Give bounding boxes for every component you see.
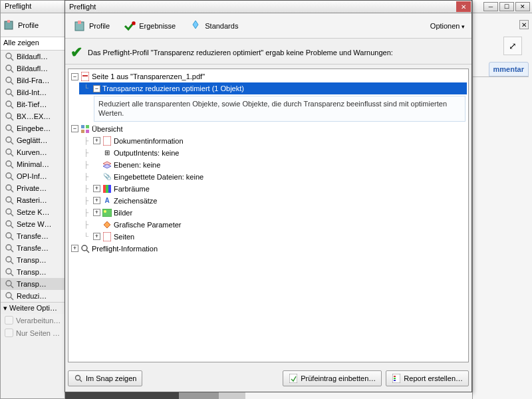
minimize-button[interactable]: ─ <box>483 2 498 11</box>
list-item[interactable]: Rasteri… <box>1 194 65 206</box>
node-label: Transparenz reduzieren optimiert (1 Obje… <box>102 83 466 94</box>
tab-profile[interactable]: Profile <box>68 17 115 35</box>
list-item[interactable]: Reduzi… <box>1 290 65 302</box>
list-item[interactable]: Transp… <box>1 254 65 266</box>
list-item[interactable]: Setze K… <box>1 206 65 218</box>
list-item[interactable]: Bild-Fra… <box>1 74 65 86</box>
preflight-dialog: Preflight ✕ Profile Ergebnisse Standards… <box>65 0 472 392</box>
list-item[interactable]: Minimal… <box>1 158 65 170</box>
node-label: OutputIntents: keine <box>114 148 179 158</box>
list-item[interactable]: Private… <box>1 182 65 194</box>
font-icon: A <box>102 196 112 205</box>
list-item[interactable]: Kurven… <box>1 146 65 158</box>
expand-icon[interactable]: + <box>93 185 100 192</box>
show-all-dropdown[interactable]: Alle zeigen <box>1 37 65 51</box>
list-item[interactable]: Bild-Int… <box>1 86 65 98</box>
list-item[interactable]: Transfe… <box>1 230 65 242</box>
tree-connector: └ <box>80 83 91 94</box>
list-item[interactable]: Transp… <box>1 278 65 290</box>
host-titlebar: ─ ☐ ✕ <box>473 0 532 13</box>
only-pages-checkbox[interactable]: Nur Seiten … <box>1 327 65 339</box>
create-report-button[interactable]: Report erstellen… <box>386 370 469 386</box>
embed-audit-button[interactable]: Prüfeintrag einbetten… <box>283 370 382 386</box>
expand-icon[interactable]: + <box>93 197 100 204</box>
svg-point-20 <box>6 161 11 166</box>
show-in-snap-button[interactable]: Im Snap zeigen <box>68 370 142 386</box>
options-menu[interactable]: Optionen <box>426 19 469 33</box>
svg-point-42 <box>6 293 11 298</box>
magnifier-icon <box>5 124 14 133</box>
list-item[interactable]: Bildaufl… <box>1 63 65 74</box>
profile-list[interactable]: Bildaufl…Bildaufl…Bild-Fra…Bild-Int…Bit-… <box>1 51 65 302</box>
list-item[interactable]: Eingebe… <box>1 122 65 134</box>
magnifier-icon <box>5 76 14 85</box>
svg-line-41 <box>11 285 13 288</box>
results-icon <box>123 19 136 33</box>
expand-icon[interactable]: ⤢ <box>503 37 522 55</box>
list-item[interactable]: Geglätt… <box>1 134 65 146</box>
panel-close-icon[interactable]: ✕ <box>519 20 529 29</box>
pdf-icon <box>80 72 90 81</box>
list-item[interactable]: Bildaufl… <box>1 51 65 63</box>
svg-point-12 <box>6 113 11 118</box>
item-label: Eingebe… <box>17 124 51 132</box>
expand-icon[interactable]: + <box>93 233 100 240</box>
svg-rect-56 <box>103 185 106 193</box>
tree-item-colorspaces[interactable]: ├+Farbräume <box>79 183 467 195</box>
node-label: Grafische Parameter <box>114 219 181 230</box>
tree-item-docinfo[interactable]: ├+Dokumentinformation <box>79 135 467 147</box>
tree-item-fonts[interactable]: ├+AZeichensätze <box>79 195 467 207</box>
profile-tab-label[interactable]: Profile <box>18 21 39 29</box>
tab-ergebnisse[interactable]: Ergebnisse <box>118 17 181 35</box>
tree-item-embedded[interactable]: ├📎Eingebettete Dateien: keine <box>79 171 467 183</box>
list-item[interactable]: Transp… <box>1 266 65 278</box>
dialog-close-button[interactable]: ✕ <box>456 1 471 12</box>
list-item[interactable]: BX…EX… <box>1 110 65 122</box>
divider <box>473 76 529 77</box>
page-node[interactable]: − Seite 1 aus "Transparenzen_1.pdf" <box>70 70 467 82</box>
list-item[interactable]: Transfe… <box>1 242 65 254</box>
processing-checkbox[interactable]: Verarbeitun… <box>1 314 65 327</box>
tab-kommentar[interactable]: mmentar <box>489 62 529 76</box>
magnifier-icon <box>5 160 14 169</box>
overview-icon <box>80 124 90 134</box>
tab-standards[interactable]: Standards <box>184 17 243 35</box>
tree-item-graphics[interactable]: ├Grafische Parameter <box>79 219 467 231</box>
item-label: Transfe… <box>17 244 49 252</box>
item-label: Private… <box>17 184 47 192</box>
list-item[interactable]: Setze W… <box>1 218 65 230</box>
list-item[interactable]: Bit-Tief… <box>1 98 65 110</box>
preflight-info-node[interactable]: + Preflight-Information <box>70 243 467 255</box>
svg-line-23 <box>11 178 13 180</box>
result-header: ✔ Das Preflight-Profil "Transparenz redu… <box>65 39 471 65</box>
more-options-toggle[interactable]: ▾ Weitere Opti… <box>1 302 65 314</box>
close-button[interactable]: ✕ <box>515 2 530 11</box>
tree-item-images[interactable]: ├+Bilder <box>79 207 467 219</box>
list-item[interactable]: OPI-Inf… <box>1 170 65 182</box>
svg-point-10 <box>6 101 11 106</box>
result-tree[interactable]: − Seite 1 aus "Transparenzen_1.pdf" └ − … <box>68 68 469 362</box>
node-label: Eingebettete Dateien: keine <box>114 172 203 182</box>
svg-point-60 <box>104 210 106 213</box>
node-label: Übersicht <box>92 124 122 134</box>
item-label: Transp… <box>17 256 47 264</box>
svg-rect-57 <box>106 185 108 193</box>
overview-node[interactable]: − Übersicht <box>70 123 467 135</box>
tree-item-layers[interactable]: ├Ebenen: keine <box>79 159 467 171</box>
maximize-button[interactable]: ☐ <box>499 2 514 11</box>
collapse-icon[interactable]: − <box>93 85 100 92</box>
magnifier-icon <box>5 267 14 277</box>
fixup-node[interactable]: └ − Transparenz reduzieren optimiert (1 … <box>79 82 467 94</box>
tree-item-pages[interactable]: └+Seiten <box>79 231 467 243</box>
collapse-icon[interactable]: − <box>71 125 78 132</box>
collapse-icon[interactable]: − <box>71 73 78 80</box>
magnifier-icon <box>74 374 83 383</box>
dialog-titlebar[interactable]: Preflight ✕ <box>65 1 471 13</box>
expand-icon[interactable]: + <box>93 137 100 144</box>
svg-line-17 <box>11 142 13 144</box>
result-message: Das Preflight-Profil "Transparenz reduzi… <box>88 49 393 57</box>
svg-line-3 <box>11 58 13 61</box>
expand-icon[interactable]: + <box>71 245 78 252</box>
tree-item-outputintents[interactable]: ├⊞OutputIntents: keine <box>79 147 467 159</box>
expand-icon[interactable]: + <box>93 209 100 216</box>
